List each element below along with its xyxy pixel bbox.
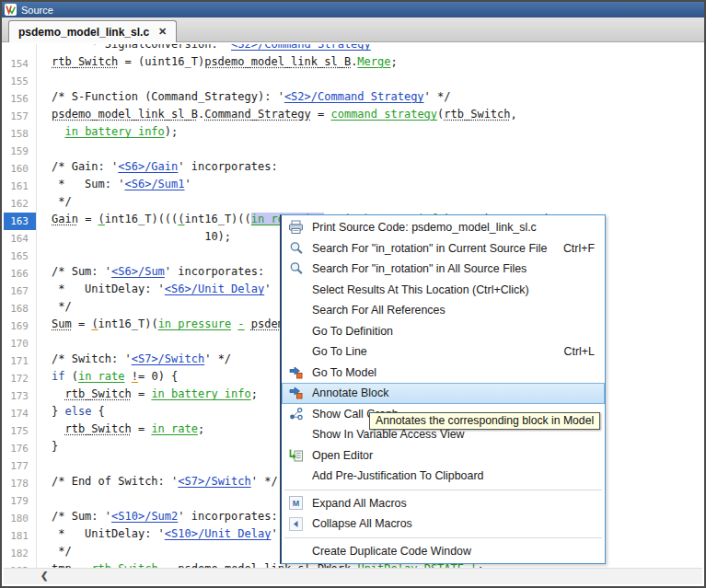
menu-item-collapse-all-macros[interactable]: Collapse All Macros	[282, 513, 605, 535]
code-line: 157psdemo_model_link_sl_B.Command_Strate…	[4, 108, 702, 125]
code-token: * Sum: '	[52, 178, 124, 190]
model-block-link[interactable]: <S10>/Unit Delay	[165, 527, 272, 540]
line-number: 154	[4, 55, 37, 73]
title-bar: Source	[2, 2, 704, 17]
code-token: '	[264, 282, 271, 295]
menu-item-shortcut: Ctrl+L	[564, 345, 605, 358]
code-symbol-link[interactable]: in_battery_info	[151, 387, 250, 400]
menu-item-label: Expand All Macros	[312, 497, 407, 510]
code-token: /* Sum: '	[52, 510, 111, 523]
code-line: 155	[4, 73, 702, 90]
code-token	[52, 387, 64, 400]
code-token: int16_T)(	[98, 317, 158, 330]
code-token: rtb_Switch	[52, 55, 118, 68]
code-text: /* S-Function (Command_Strategy): '<S2>/…	[37, 90, 451, 108]
code-token: * UnitDelay: '	[52, 282, 165, 295]
menu-separator	[284, 490, 602, 490]
menu-item-label: Go To Model	[312, 366, 376, 379]
code-symbol-link[interactable]: in_rate	[151, 422, 198, 435]
code-token: /* Sum: '	[52, 265, 111, 278]
model-block-link[interactable]: <S6>/Gain	[118, 160, 178, 173]
model-block-link[interactable]: <S6>/Sum1	[124, 178, 184, 190]
line-number: 180	[4, 510, 37, 527]
menu-item-annotate-block[interactable]: Annotate Block	[282, 383, 605, 404]
code-symbol-link[interactable]: command_strategy	[330, 108, 437, 121]
close-icon[interactable]: ✕	[158, 26, 167, 38]
code-symbol-link[interactable]: -	[237, 317, 244, 330]
code-token	[52, 422, 64, 435]
code-token	[245, 317, 251, 330]
code-token: if	[52, 370, 64, 383]
code-token: = (uint16_T)	[118, 55, 204, 68]
menu-item-label: Show In Variable Access View	[312, 428, 465, 441]
line-number: 161	[4, 178, 37, 195]
menu-item-search-for-in-rotation-in-current-source-file[interactable]: Search For "in_rotation" in Current Sour…	[282, 238, 605, 259]
menu-item-label: Add Pre-Justification To Clipboard	[312, 469, 483, 482]
model-block-link[interactable]: <S6>/Sum	[111, 265, 165, 278]
code-token: ' */	[204, 352, 231, 365]
code-text: /* Sum: '<S10>/Sum2' incorporates:	[37, 510, 278, 527]
line-number: 172	[4, 370, 37, 387]
line-number: 157	[4, 108, 37, 125]
code-text: }	[37, 440, 58, 457]
code-token: (	[98, 213, 105, 225]
menu-item-label: Open Editor	[312, 449, 373, 462]
code-text: /* Sum: '<S6>/Sum' incorporates:	[37, 265, 264, 282]
model-block-link[interactable]: <S10>/Sum2	[111, 510, 178, 523]
horizontal-scrollbar[interactable]: ❮	[4, 568, 702, 584]
code-token: '	[271, 527, 277, 540]
code-token: int16_T)(((	[105, 213, 178, 225]
line-number: 182	[4, 545, 37, 562]
menu-item-select-results-at-this-location-ctrl-click[interactable]: Select Results At This Location (Ctrl+Cl…	[282, 280, 605, 301]
code-line: 161 * Sum: '<S6>/Sum1'	[4, 178, 702, 195]
code-text	[37, 335, 52, 352]
code-text	[37, 143, 52, 160]
line-number: 167	[4, 282, 37, 300]
menu-item-label: Select Results At This Location (Ctrl+Cl…	[312, 283, 529, 296]
code-token: !	[132, 370, 138, 383]
printer-icon	[284, 220, 307, 235]
menu-item-go-to-line[interactable]: Go To LineCtrl+L	[282, 341, 605, 363]
code-text: * Sum: '<S6>/Sum1'	[37, 178, 191, 195]
model-block-link[interactable]: <S6>/Unit Delay	[165, 282, 264, 295]
menu-item-expand-all-macros[interactable]: MExpand All Macros	[282, 493, 605, 514]
code-token: (	[178, 213, 184, 225]
macro-collapse-icon	[284, 517, 307, 531]
menu-item-label: Search For "in_rotation" in All Source F…	[312, 262, 527, 275]
code-text	[37, 248, 52, 265]
code-token: =	[72, 317, 92, 330]
menu-item-add-pre-justification-to-clipboard[interactable]: Add Pre-Justification To Clipboard	[282, 466, 605, 487]
line-number: 168	[4, 300, 37, 317]
tab-source-file[interactable]: psdemo_model_link_sl.c ✕	[8, 20, 177, 42]
code-token: = 0) {	[138, 370, 178, 383]
menu-item-search-for-all-references[interactable]: Search For All References	[282, 300, 605, 321]
model-block-link[interactable]: <S7>/Switch	[132, 352, 204, 365]
code-text: /* End of Switch: '<S7>/Switch' */	[37, 475, 278, 492]
line-number: 177	[4, 457, 37, 475]
model-block-link[interactable]: <S2>/Command_Strategy	[284, 90, 424, 103]
menu-item-go-to-model[interactable]: Go To Model	[282, 363, 605, 384]
menu-item-print-source-code-psdemo-model-link-sl-c[interactable]: Print Source Code: psdemo_model_link_sl.…	[282, 217, 605, 238]
menu-item-go-to-definition[interactable]: Go To Definition	[282, 321, 605, 342]
model-block-link[interactable]: <S2>/Command_Strategy	[231, 44, 371, 51]
line-number: 155	[4, 73, 37, 90]
code-symbol-link[interactable]: in_rate	[78, 370, 125, 383]
code-token: ;	[390, 55, 397, 68]
tooltip: Annotates the corresponding block in Mod…	[369, 412, 600, 430]
line-number: 165	[4, 248, 37, 265]
menu-item-create-duplicate-code-window[interactable]: Create Duplicate Code Window	[282, 541, 605, 562]
code-token: */	[52, 195, 72, 208]
code-symbol-link[interactable]: in_battery_info	[64, 125, 164, 138]
code-text: if (in_rate != 0) {	[37, 370, 178, 387]
code-line: 162 */	[4, 195, 702, 213]
code-symbol-link[interactable]: Merge	[357, 55, 390, 68]
scroll-left-icon[interactable]: ❮	[41, 571, 48, 581]
code-text: * SignalConversion: '<S2>/Command_Strate…	[37, 44, 377, 55]
code-token: =	[311, 108, 331, 121]
code-text: in_battery_info);	[37, 125, 178, 143]
model-block-link[interactable]: <S7>/Switch	[178, 475, 250, 488]
line-number: 171	[4, 352, 37, 370]
menu-item-search-for-in-rotation-in-all-source-files[interactable]: Search For "in_rotation" in All Source F…	[282, 259, 605, 280]
code-symbol-link[interactable]: in_pressure	[158, 317, 231, 330]
menu-item-open-editor[interactable]: Open Editor	[282, 445, 605, 467]
